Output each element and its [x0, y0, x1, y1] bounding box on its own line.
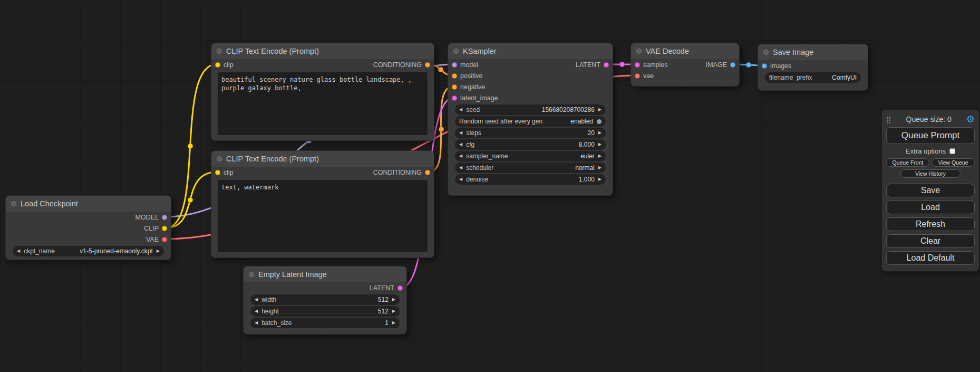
- vae-input-slot[interactable]: [635, 73, 640, 79]
- increment-arrow-icon[interactable]: ▶: [598, 166, 601, 170]
- node-clip-text-encode-negative[interactable]: CLIP Text Encode (Prompt) clip CONDITION…: [211, 150, 434, 258]
- widget-ckpt-name[interactable]: ◀ ckpt_name v1-5-pruned-emaonly.ckpt ▶: [13, 246, 164, 256]
- decrement-arrow-icon[interactable]: ◀: [17, 249, 20, 253]
- decrement-arrow-icon[interactable]: ◀: [459, 177, 462, 182]
- collapse-icon[interactable]: [453, 49, 459, 54]
- clip-input-slot[interactable]: [215, 170, 220, 175]
- conditioning-output-slot[interactable]: [425, 170, 430, 175]
- slot-row: vae: [631, 70, 739, 81]
- clip-output-slot[interactable]: [162, 226, 167, 231]
- input-label-vae: vae: [643, 72, 654, 80]
- increment-arrow-icon[interactable]: ▶: [392, 309, 395, 313]
- collapse-icon[interactable]: [11, 201, 16, 206]
- wire-midpoint-dot[interactable]: [746, 62, 751, 68]
- latent-output-slot[interactable]: [604, 62, 609, 68]
- save-button[interactable]: Save: [886, 184, 975, 197]
- collapse-icon[interactable]: [217, 156, 222, 161]
- decrement-arrow-icon[interactable]: ◀: [459, 131, 462, 135]
- wire-midpoint-dot[interactable]: [188, 197, 193, 203]
- widget-denoise[interactable]: ◀ denoise 1.000 ▶: [455, 174, 606, 185]
- model-output-slot[interactable]: [162, 215, 167, 220]
- collapse-icon[interactable]: [249, 272, 254, 277]
- widget-random-seed-toggle[interactable]: Random seed after every gen enabled: [455, 116, 606, 127]
- clip-input-slot[interactable]: [215, 62, 220, 68]
- negative-input-slot[interactable]: [452, 84, 457, 90]
- widget-width[interactable]: ◀ width 512 ▶: [250, 294, 400, 305]
- increment-arrow-icon[interactable]: ▶: [157, 249, 160, 253]
- collapse-icon[interactable]: [636, 49, 642, 54]
- node-load-checkpoint[interactable]: Load Checkpoint MODEL CLIP VAE ◀ ckpt_na…: [5, 195, 171, 260]
- decrement-arrow-icon[interactable]: ◀: [459, 108, 462, 112]
- extra-options-checkbox[interactable]: [949, 148, 955, 154]
- decrement-arrow-icon[interactable]: ◀: [459, 154, 462, 158]
- latent-image-input-slot[interactable]: [452, 96, 457, 101]
- collapse-icon[interactable]: [763, 50, 769, 55]
- node-graph-canvas[interactable]: Load Checkpoint MODEL CLIP VAE ◀ ckpt_na…: [0, 0, 980, 372]
- view-history-button[interactable]: View History: [900, 169, 960, 178]
- node-title-bar[interactable]: VAE Decode: [631, 43, 739, 59]
- load-button[interactable]: Load: [886, 201, 975, 214]
- collapse-icon[interactable]: [217, 49, 222, 54]
- wire-midpoint-dot[interactable]: [439, 127, 444, 132]
- vae-output-slot[interactable]: [162, 237, 167, 242]
- queue-front-button[interactable]: Queue Front: [886, 158, 929, 167]
- decrement-arrow-icon[interactable]: ◀: [459, 142, 462, 147]
- increment-arrow-icon[interactable]: ▶: [598, 131, 601, 135]
- widget-scheduler[interactable]: ◀ scheduler normal ▶: [455, 163, 606, 173]
- input-label-latent-image: latent_image: [460, 94, 498, 102]
- node-title-bar[interactable]: CLIP Text Encode (Prompt): [211, 43, 434, 59]
- latent-output-slot[interactable]: [397, 285, 403, 291]
- increment-arrow-icon[interactable]: ▶: [392, 321, 395, 325]
- widget-seed[interactable]: ◀ seed 156680208700286 ▶: [455, 104, 606, 115]
- refresh-button[interactable]: Refresh: [886, 217, 975, 231]
- decrement-arrow-icon[interactable]: ◀: [255, 321, 258, 325]
- slot-row: negative: [448, 81, 613, 92]
- load-default-button[interactable]: Load Default: [886, 251, 975, 265]
- increment-arrow-icon[interactable]: ▶: [598, 177, 601, 182]
- positive-prompt-textarea[interactable]: beautiful scenery nature glass bottle la…: [218, 72, 428, 135]
- node-ksampler[interactable]: KSampler model LATENT positive negative …: [448, 43, 613, 196]
- wire-midpoint-dot[interactable]: [188, 144, 193, 149]
- node-title-bar[interactable]: KSampler: [448, 43, 613, 59]
- drag-handle-icon[interactable]: ⣿: [886, 116, 891, 123]
- node-save-image[interactable]: Save Image images filename_prefix ComfyU…: [758, 44, 868, 91]
- widget-height[interactable]: ◀ height 512 ▶: [250, 306, 400, 317]
- positive-input-slot[interactable]: [452, 73, 457, 79]
- widget-value: normal: [575, 164, 595, 171]
- input-label-clip: clip: [224, 169, 234, 176]
- clear-button[interactable]: Clear: [886, 234, 975, 248]
- wire-midpoint-dot[interactable]: [619, 62, 625, 67]
- decrement-arrow-icon[interactable]: ◀: [255, 298, 258, 302]
- node-title-bar[interactable]: Empty Latent Image: [244, 266, 406, 282]
- widget-cfg[interactable]: ◀ cfg 8.000 ▶: [455, 139, 606, 150]
- node-empty-latent-image[interactable]: Empty Latent Image LATENT ◀ width 512 ▶ …: [243, 266, 407, 335]
- decrement-arrow-icon[interactable]: ◀: [255, 309, 258, 313]
- samples-input-slot[interactable]: [635, 62, 640, 68]
- image-output-slot[interactable]: [730, 62, 735, 68]
- node-clip-text-encode-positive[interactable]: CLIP Text Encode (Prompt) clip CONDITION…: [211, 43, 434, 141]
- node-title: KSampler: [463, 47, 497, 55]
- images-input-slot[interactable]: [762, 63, 767, 69]
- conditioning-output-slot[interactable]: [425, 62, 430, 68]
- increment-arrow-icon[interactable]: ▶: [598, 142, 601, 147]
- slot-row: images: [758, 60, 868, 71]
- model-input-slot[interactable]: [452, 62, 457, 68]
- node-title-bar[interactable]: Save Image: [758, 44, 868, 60]
- widget-sampler-name[interactable]: ◀ sampler_name euler ▶: [455, 151, 606, 161]
- widget-batch-size[interactable]: ◀ batch_size 1 ▶: [250, 318, 400, 328]
- queue-prompt-button[interactable]: Queue Prompt: [886, 127, 975, 144]
- node-title-bar[interactable]: CLIP Text Encode (Prompt): [211, 151, 434, 167]
- node-vae-decode[interactable]: VAE Decode samples IMAGE vae: [630, 43, 740, 87]
- wire-midpoint-dot[interactable]: [438, 67, 443, 72]
- toggle-indicator-icon[interactable]: [597, 119, 601, 124]
- widget-steps[interactable]: ◀ steps 20 ▶: [455, 128, 606, 138]
- widget-filename-prefix[interactable]: filename_prefix ComfyUI: [765, 72, 861, 83]
- settings-gear-icon[interactable]: ⚙: [966, 115, 975, 124]
- increment-arrow-icon[interactable]: ▶: [598, 154, 601, 158]
- negative-prompt-textarea[interactable]: text, watermark: [218, 180, 428, 252]
- view-queue-button[interactable]: View Queue: [932, 158, 975, 167]
- decrement-arrow-icon[interactable]: ◀: [459, 166, 462, 170]
- increment-arrow-icon[interactable]: ▶: [598, 108, 601, 112]
- increment-arrow-icon[interactable]: ▶: [392, 298, 395, 302]
- node-title-bar[interactable]: Load Checkpoint: [6, 196, 171, 212]
